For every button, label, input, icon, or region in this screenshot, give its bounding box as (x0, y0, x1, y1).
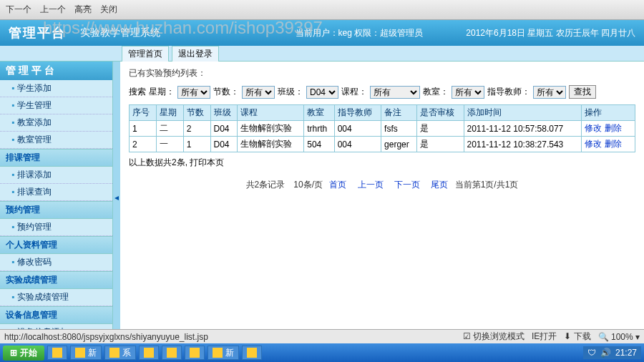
sidebar-item[interactable]: 学生添加 (0, 80, 112, 97)
nav-next[interactable]: 下一个 (6, 4, 31, 16)
taskbar-item[interactable] (185, 346, 205, 360)
taskbar-item[interactable]: 新 (70, 346, 102, 360)
sidebar: 管理平台 学生添加学生管理教室添加教室管理排课管理排课添加排课查询预约管理预约管… (0, 62, 113, 333)
pager-total: 共2条记录 10条/页 (246, 180, 323, 190)
delete-link[interactable]: 删除 (605, 123, 622, 133)
taskbar: ⊞开始 新系新 🛡 🔊 21:27 (0, 343, 644, 362)
table-cell: 二 (156, 121, 183, 137)
edit-link[interactable]: 修改 (585, 123, 602, 133)
table-cell: trhrth (304, 121, 334, 137)
platform-title: 管理平台 (9, 24, 66, 41)
column-header: 操作 (582, 105, 635, 121)
table-cell: 004 (334, 137, 381, 152)
pager-pos: 当前第1页/共1页 (455, 180, 519, 190)
sidebar-title: 管理平台 (0, 62, 112, 80)
tab-home[interactable]: 管理首页 (122, 46, 169, 62)
taskbar-item[interactable] (162, 346, 182, 360)
course-select[interactable]: 所有 (370, 86, 420, 99)
search-label: 搜索 (129, 86, 146, 98)
sidebar-category[interactable]: 预约管理 (0, 201, 112, 219)
app-icon (52, 348, 62, 358)
sidebar-item[interactable]: 学生管理 (0, 97, 112, 114)
download-icon[interactable]: ⬇ 下载 (564, 331, 590, 343)
room-label: 教室： (423, 86, 449, 98)
sidebar-category[interactable]: 排课管理 (0, 149, 112, 167)
status-bar: http://localhost:8080/jspsyjxglxns/shiya… (0, 329, 644, 343)
pager-first[interactable]: 首页 (329, 180, 346, 190)
sidebar-item[interactable]: 排课查询 (0, 184, 112, 201)
week-select[interactable]: 所有 (177, 86, 210, 99)
taskbar-item[interactable]: 系 (104, 346, 136, 360)
teacher-select[interactable]: 所有 (533, 86, 566, 99)
taskbar-item[interactable]: 新 (208, 346, 239, 360)
table-cell: 2 (130, 137, 157, 152)
sidebar-category[interactable]: 设备信息管理 (0, 306, 112, 324)
table-cell: 2011-11-12 10:38:27.543 (464, 137, 582, 152)
taskbar-item[interactable] (139, 346, 159, 360)
sidebar-item[interactable]: 预约管理 (0, 219, 112, 236)
column-header: 指导教师 (334, 105, 381, 121)
taskbar-item[interactable] (47, 346, 67, 360)
status-url: http://localhost:8080/jspsyjxglxns/shiya… (4, 332, 208, 342)
column-header: 序号 (130, 105, 157, 121)
app-icon (144, 348, 154, 358)
taskbar-item[interactable] (242, 346, 262, 360)
pager: 共2条记录 10条/页 首页 上一页 下一页 尾页 当前第1页/共1页 (129, 179, 635, 191)
tray-icon[interactable]: 🔊 (600, 348, 611, 358)
app-icon (213, 348, 223, 358)
class-select[interactable]: D04 (306, 86, 338, 99)
table-cell: 是 (417, 121, 464, 137)
nav-highlight[interactable]: 高亮 (74, 4, 92, 16)
period-select[interactable]: 所有 (242, 86, 275, 99)
table-cell: D04 (210, 137, 238, 152)
table-cell: 一 (156, 137, 183, 152)
column-header: 节数 (183, 105, 210, 121)
top-tabs: 管理首页 退出登录 (0, 46, 644, 62)
column-header: 班级 (210, 105, 238, 121)
sidebar-category[interactable]: 实验成绩管理 (0, 271, 112, 289)
sidebar-item[interactable]: 教室添加 (0, 114, 112, 132)
nav-close[interactable]: 关闭 (100, 4, 117, 16)
pager-last[interactable]: 尾页 (431, 180, 448, 190)
pager-prev[interactable]: 上一页 (358, 180, 384, 190)
content-area: 已有实验预约列表： 搜索 星期： 所有 节数： 所有 班级： D04 课程： 所… (120, 62, 644, 333)
column-header: 课程 (238, 105, 304, 121)
delete-link[interactable]: 删除 (605, 139, 622, 149)
edit-link[interactable]: 修改 (585, 139, 602, 149)
data-table: 序号星期节数班级课程教室指导教师备注是否审核添加时间操作 1二2D04生物解剖实… (129, 104, 635, 152)
zoom-level[interactable]: 🔍 100% ▾ (598, 332, 640, 342)
teacher-label: 指导教师： (487, 86, 530, 98)
system-tray[interactable]: 🛡 🔊 21:27 (583, 346, 641, 359)
tray-icon[interactable]: 🛡 (587, 348, 596, 358)
tab-logout[interactable]: 退出登录 (172, 46, 219, 62)
app-icon (247, 348, 257, 358)
week-label: 星期： (149, 86, 175, 98)
browser-nav-bar: 下一个 上一个 高亮 关闭 (0, 0, 644, 20)
app-icon (75, 348, 85, 358)
search-button[interactable]: 查找 (569, 85, 596, 99)
start-button[interactable]: ⊞开始 (3, 346, 44, 361)
sidebar-item[interactable]: 修改密码 (0, 254, 112, 271)
app-icon (109, 348, 119, 358)
nav-prev[interactable]: 上一个 (40, 4, 66, 16)
table-cell: D04 (210, 121, 238, 137)
table-row: 1二2D04生物解剖实验trhrth004fsfs是2011-11-12 10:… (130, 121, 635, 137)
column-header: 教室 (304, 105, 334, 121)
status-ie[interactable]: IE打开 (532, 331, 557, 343)
sidebar-item[interactable]: 排课添加 (0, 167, 112, 184)
pager-next[interactable]: 下一页 (394, 180, 420, 190)
sidebar-collapse-handle[interactable]: ◂ (113, 62, 120, 333)
column-header: 添加时间 (464, 105, 582, 121)
table-cell: 是 (417, 137, 464, 152)
table-row: 2一1D04生物解剖实验504004gerger是2011-11-12 10:3… (130, 137, 635, 152)
app-header: 管理平台 实验教学管理系统 当前用户：keg 权限：超级管理员 2012年6月1… (0, 20, 644, 46)
course-label: 课程： (341, 86, 367, 98)
status-mode[interactable]: ☑ 切换浏览模式 (463, 331, 525, 343)
app-icon (190, 348, 200, 358)
sidebar-item[interactable]: 教室管理 (0, 132, 112, 149)
sidebar-item[interactable]: 实验成绩管理 (0, 289, 112, 306)
table-cell: gerger (381, 137, 417, 152)
room-select[interactable]: 所有 (452, 86, 484, 99)
sidebar-category[interactable]: 个人资料管理 (0, 236, 112, 254)
clock: 21:27 (615, 348, 637, 358)
